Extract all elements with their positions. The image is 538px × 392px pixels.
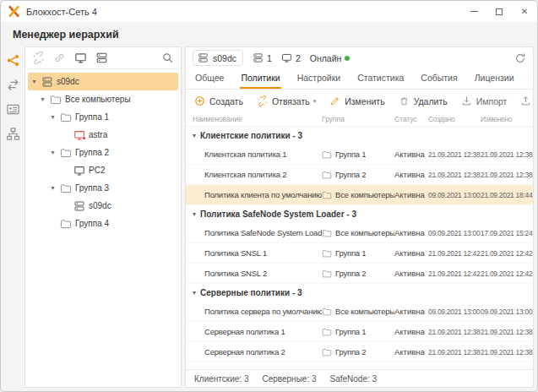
export-button[interactable]: Экспорт [520, 95, 534, 106]
trash-icon [399, 95, 410, 106]
folder-icon [60, 112, 72, 123]
policy-status: Активна [394, 347, 428, 357]
policy-modified: 17.09.2021 15:24 [481, 229, 533, 237]
unlink-icon[interactable] [32, 52, 45, 64]
computer-icon [73, 165, 85, 177]
table-row[interactable]: Политика сервера по умолчанию Все компью… [186, 302, 533, 322]
tree-node-group-2[interactable]: ▾ Группа 2 [25, 144, 181, 161]
table-row[interactable]: Политика SafeNode System Loader по умолч… [186, 223, 533, 243]
policy-created: 09.09.2021 13:00 [428, 229, 481, 237]
license-card-icon[interactable] [6, 102, 20, 117]
table-row[interactable]: Политика SNSL 2 Группа 2 Активна 21.09.2… [186, 264, 533, 284]
tab-statistics[interactable]: Статистика [356, 69, 405, 89]
table-row-selected[interactable]: Политика клиента по умолчанию Все компью… [186, 185, 533, 205]
search-icon[interactable] [161, 52, 174, 64]
policy-created: 21.09.2021 12:38 [428, 171, 481, 179]
caret-down-icon[interactable]: ▾ [49, 184, 57, 192]
policy-group: Группа 2 [335, 170, 366, 179]
tree-node-label: s09dc [57, 77, 79, 86]
servers-count: Серверные: 3 [262, 374, 316, 384]
refresh-icon[interactable] [514, 52, 526, 64]
plus-circle-icon [194, 95, 205, 106]
column-header-created[interactable]: Создано [428, 115, 481, 123]
policy-name: Серверная политика 1 [186, 327, 322, 336]
policy-name: Политика клиента по умолчанию [186, 190, 322, 199]
folder-icon [60, 218, 72, 230]
monitor-icon [281, 52, 292, 63]
import-button[interactable]: Импорт [461, 95, 508, 106]
policy-group-label: Клиентские политики - 3 [200, 131, 302, 140]
policy-name: Клиентская политика 2 [186, 170, 322, 179]
policy-status: Активна [394, 190, 428, 199]
hierarchy-manager-icon[interactable] [6, 53, 20, 68]
policy-modified: 21.09.2021 12:38 [481, 328, 533, 336]
server-chip[interactable]: s09dc [193, 50, 243, 66]
close-button[interactable]: ✕ [512, 1, 537, 22]
safenode-count: SafeNode: 3 [330, 374, 378, 384]
folder-icon [322, 228, 332, 238]
minimize-button[interactable] [461, 1, 486, 22]
policy-group-header[interactable]: ▾ Клиентские политики - 3 [186, 127, 533, 144]
column-header-modified[interactable]: Изменено [481, 115, 533, 123]
policy-name: Политика SNSL 2 [186, 269, 322, 278]
tree-node-astra[interactable]: astra [25, 126, 181, 144]
table-row[interactable]: Серверная политика 2 Группа 2 Активна 21… [186, 342, 533, 362]
policy-group: Все компьютеры [335, 190, 394, 199]
column-header-group[interactable]: Группа [322, 115, 394, 123]
tree-node-group-1[interactable]: ▾ Группа 1 [25, 108, 181, 126]
tree-node-server-s09dc[interactable]: ▾ s09dc [28, 73, 178, 90]
page-title: Менеджер иерархий [13, 29, 119, 41]
caret-down-icon[interactable]: ▾ [39, 95, 46, 103]
delete-button[interactable]: Удалить [399, 95, 448, 106]
policy-group-header[interactable]: ▾ Серверные политики - 3 [186, 284, 533, 302]
policy-name: Политика SNSL 1 [186, 248, 322, 258]
unbind-button[interactable]: Отвязать ▾ [257, 95, 316, 106]
server-info-bar: s09dc 1 2 Онлайн [186, 47, 533, 68]
policy-created: 21.09.2021 12:38 [428, 348, 481, 357]
folder-icon [322, 347, 332, 357]
tree-node-pc2[interactable]: PC2 [25, 161, 181, 179]
policy-modified: 21.09.2021 12:38 [481, 348, 533, 357]
caret-down-icon[interactable]: ▾ [49, 149, 57, 156]
maximize-button[interactable] [486, 1, 512, 22]
tree-node-child-s09dc[interactable]: s09dc [25, 197, 181, 215]
folder-icon [322, 327, 332, 337]
tab-general[interactable]: Общее [194, 69, 225, 89]
policy-group-header[interactable]: ▾ Политика SafeNode System Loader - 3 [186, 205, 533, 223]
table-row[interactable]: Клиентская политика 1 Группа 1 Активна 2… [186, 144, 533, 165]
computers-count-badge: 1 [253, 52, 272, 63]
caret-down-icon[interactable]: ▾ [49, 113, 57, 121]
column-header-name[interactable]: Наименование [186, 115, 322, 123]
server-icon [73, 200, 85, 212]
caret-down-icon[interactable]: ▾ [30, 78, 38, 85]
tree-node-group-4[interactable]: Группа 4 [25, 215, 181, 232]
server-icon[interactable] [95, 52, 108, 64]
structure-sitemap-icon[interactable] [6, 127, 20, 141]
module-rail [1, 46, 24, 388]
tab-licenses[interactable]: Лицензии [474, 69, 515, 89]
main-area: ▾ s09dc ▾ Все компьютеры ▾ Группа 1 [1, 46, 537, 391]
table-row[interactable]: Серверная политика 1 Группа 1 Активна 21… [186, 322, 533, 342]
tree-node-group-3[interactable]: ▾ Группа 3 [25, 179, 181, 197]
tab-events[interactable]: События [420, 69, 458, 89]
hierarchy-tree: ▾ s09dc ▾ Все компьютеры ▾ Группа 1 [25, 69, 181, 232]
export-icon [520, 95, 531, 106]
column-header-status[interactable]: Статус [394, 115, 428, 123]
caret-down-icon: ▾ [193, 210, 196, 218]
policy-status: Активна [394, 170, 428, 179]
computer-icon[interactable] [74, 52, 87, 64]
edit-button[interactable]: Изменить [329, 95, 384, 106]
table-row[interactable]: Клиентская политика 2 Группа 2 Активна 2… [186, 165, 533, 185]
tree-node-all-computers[interactable]: ▾ Все компьютеры [25, 90, 181, 108]
policy-name: Политика сервера по умолчанию [186, 307, 322, 316]
create-button[interactable]: Создать [194, 95, 243, 106]
table-row[interactable]: Политика SNSL 1 Группа 1 Активна 21.09.2… [186, 243, 533, 264]
tree-node-label: astra [89, 130, 107, 139]
link-icon[interactable] [53, 52, 66, 64]
transfer-arrows-icon[interactable] [6, 78, 20, 92]
tab-settings[interactable]: Настройки [296, 69, 342, 89]
tab-policies[interactable]: Политики [240, 69, 280, 89]
clients-count: Клиентские: 3 [194, 374, 248, 384]
chevron-down-icon: ▾ [313, 98, 317, 105]
tree-node-label: Группа 3 [75, 183, 109, 193]
